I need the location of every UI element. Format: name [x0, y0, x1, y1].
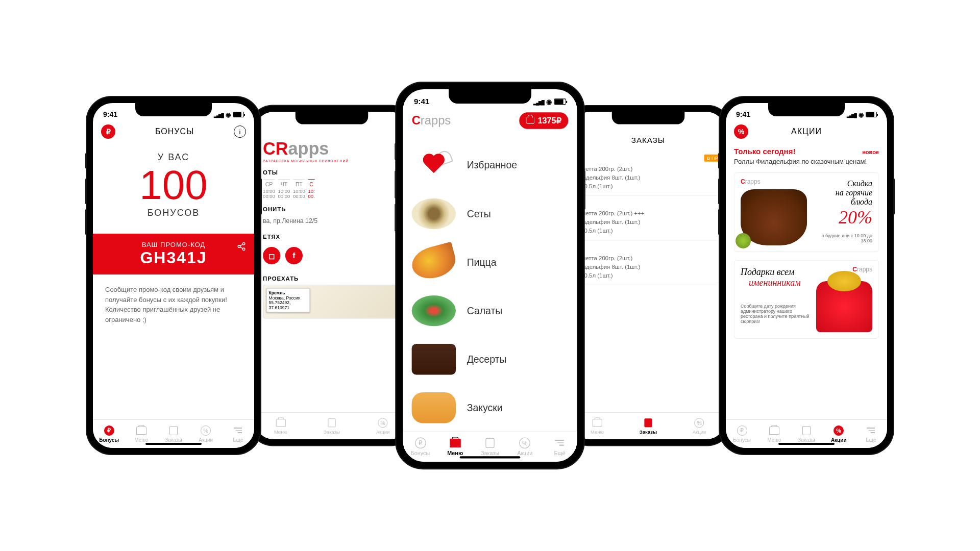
signal-icon [847, 110, 856, 118]
ruble-icon[interactable]: ₽ [101, 124, 115, 139]
promo-card[interactable]: Crapps Скидка на горячие блюда 20% в буд… [734, 172, 879, 252]
status-time: 9:41 [103, 110, 117, 118]
status-time: 9:41 [736, 110, 750, 118]
schedule-day[interactable]: СР10:0000:00 [263, 179, 275, 199]
wifi-icon [546, 97, 552, 106]
phone-promos: 9:41 % АКЦИИ Только сегодня! новое Роллы… [720, 97, 893, 454]
ruble-icon: ₽ [104, 425, 114, 436]
tab-orders[interactable]: Заказы [623, 413, 674, 439]
orders-icon [644, 418, 652, 427]
tab-bonuses[interactable]: ₽Бонусы [93, 420, 125, 448]
svg-point-1 [238, 245, 240, 248]
snack-icon [412, 392, 456, 423]
order-number: 8 [579, 201, 717, 209]
svg-point-0 [242, 243, 245, 245]
bonus-count: 100 [101, 165, 246, 206]
heart-icon [422, 154, 446, 176]
promo-today: Только сегодня! [734, 147, 795, 156]
hours-title: ОТЫ [263, 163, 401, 179]
ruble-icon: ₽ [737, 425, 747, 436]
brand-logo: Crapps [741, 178, 761, 185]
tab-more[interactable]: Ещё [542, 432, 577, 462]
svg-point-2 [242, 248, 245, 251]
menu-item-pizza[interactable]: Пицца [412, 238, 569, 287]
menu-item-sets[interactable]: Сеты [412, 190, 569, 238]
menu-item-desserts[interactable]: Десерты [412, 335, 569, 384]
promo-description: Сообщите промо-код своим друзьям и получ… [101, 285, 246, 324]
tab-bonuses[interactable]: ₽Бонусы [726, 420, 758, 448]
menu-icon [592, 419, 602, 427]
tab-more[interactable]: Ещё [222, 420, 254, 448]
ruble-icon: ₽ [415, 437, 426, 448]
salad-icon [412, 295, 456, 326]
share-icon[interactable] [237, 242, 246, 251]
tab-bonuses[interactable]: ₽Бонусы [403, 432, 437, 462]
wifi-icon [859, 110, 864, 118]
promo-label: ВАШ ПРОМО-КОД [101, 241, 246, 248]
more-icon [867, 428, 875, 433]
more-icon [555, 440, 564, 445]
tab-promos[interactable]: %Акции [674, 413, 725, 439]
signal-icon [533, 97, 544, 106]
discount-percent: 20% [812, 207, 872, 228]
wifi-icon [226, 110, 231, 118]
orders-icon [169, 426, 178, 435]
page-title: ЗАКАЗЫ [572, 129, 725, 152]
schedule-day[interactable]: ПТ10:0000:00 [293, 179, 305, 199]
route-title: ПРОЕХАТЬ [263, 268, 401, 285]
promo-code-bar[interactable]: ВАШ ПРОМО-КОД GH341J [93, 234, 254, 274]
menu-item-favorites[interactable]: Избранное [412, 141, 569, 189]
order-number: 7 [579, 245, 717, 254]
order-number: 9 [579, 156, 717, 164]
tab-orders[interactable]: Заказы [306, 413, 357, 439]
page-title: АКЦИИ [791, 127, 822, 136]
cart-button[interactable]: 1375₽ [519, 112, 569, 129]
sushi-icon [412, 198, 456, 229]
food-image [741, 189, 807, 245]
brand-logo: CRapps [263, 139, 401, 159]
map[interactable]: КремльМосква, Россия55.752492, 37.610971 [263, 285, 401, 319]
gift-image [816, 281, 872, 332]
order-card[interactable]: 8 нчетта 200гр. (2шт.) +++ ладельфия 8шт… [579, 196, 717, 240]
brand-tagline: РАЗРАБОТКА МОБИЛЬНЫХ ПРИЛОЖЕНИЙ [263, 159, 401, 163]
cart-total: 1375₽ [538, 116, 562, 126]
bonus-unit: БОНУСОВ [101, 208, 246, 218]
pizza-icon [408, 242, 459, 283]
order-card[interactable]: 7 нчетта 200гр. (2шт.) ладельфия 8шт. (1… [579, 241, 717, 285]
schedule-day[interactable]: С10:00. [308, 179, 315, 199]
percent-icon: % [834, 425, 844, 436]
facebook-icon[interactable]: f [285, 247, 303, 264]
battery-icon [866, 112, 877, 117]
percent-icon: % [201, 425, 211, 436]
order-card[interactable]: В ПРО 9 нчетта 200гр. (2шт.) ладельфия 8… [579, 152, 717, 196]
menu-item-snacks[interactable]: Закуски [412, 384, 569, 431]
menu-icon [450, 438, 461, 447]
menu-icon [769, 427, 779, 435]
call-title: ОНИТЬ [263, 199, 401, 215]
schedule-day[interactable]: ЧТ10:0000:00 [278, 179, 290, 199]
tab-menu[interactable]: Меню [255, 413, 306, 439]
percent-icon[interactable]: % [734, 124, 748, 139]
menu-icon [136, 427, 146, 435]
svg-line-3 [240, 244, 242, 246]
address: ва, пр.Ленина 12/5 [263, 215, 401, 227]
brand-logo: Crapps [412, 113, 451, 128]
menu-icon [276, 419, 285, 427]
menu-item-salads[interactable]: Салаты [412, 287, 569, 335]
svg-line-4 [240, 247, 242, 248]
info-icon[interactable]: i [234, 126, 246, 138]
promo-card[interactable]: Crapps Подарки всем именинникам Сообщите… [734, 260, 879, 339]
phone-info: CRapps РАЗРАБОТКА МОБИЛЬНЫХ ПРИЛОЖЕНИЙ О… [250, 106, 414, 445]
orders-icon [802, 426, 811, 435]
social-title: ЕТЯХ [263, 227, 401, 243]
phone-orders: ЗАКАЗЫ В ПРО 9 нчетта 200гр. (2шт.) ладе… [566, 106, 731, 445]
schedule: СР10:0000:00 ЧТ10:0000:00 ПТ10:0000:00 С… [263, 179, 401, 199]
basket-icon [526, 117, 534, 124]
brand-logo: Crapps [852, 266, 872, 273]
instagram-icon[interactable]: ◻ [263, 247, 280, 264]
phone-bonuses: 9:41 ₽ БОНУСЫ i У ВАС 100 БОНУСОВ ВАШ ПР… [87, 97, 260, 454]
tab-more[interactable]: Ещё [855, 420, 887, 448]
orders-icon [485, 438, 494, 447]
promo-subtitle: Роллы Филадельфия по сказочным ценам! [734, 158, 879, 165]
percent-icon: % [695, 418, 704, 428]
